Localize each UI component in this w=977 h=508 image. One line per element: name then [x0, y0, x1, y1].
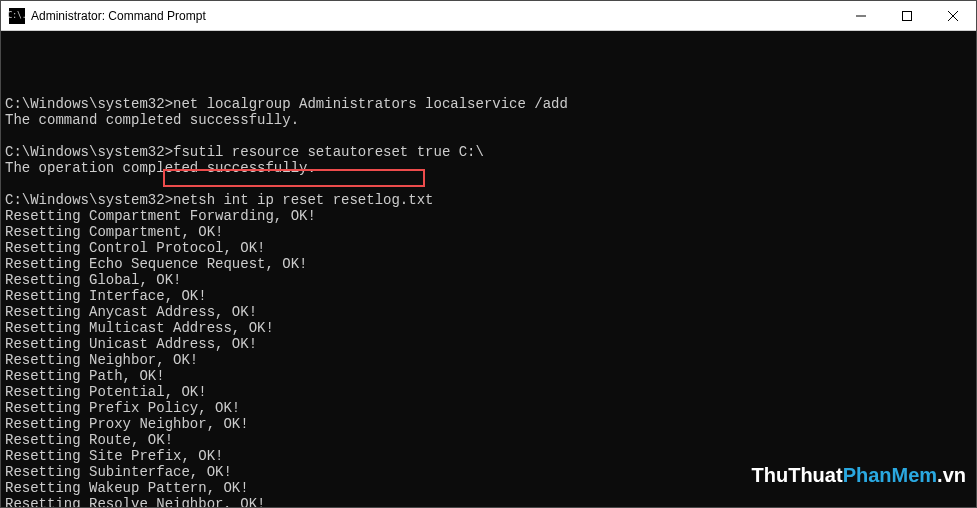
svg-rect-1 [903, 11, 912, 20]
terminal-line: Resetting Unicast Address, OK! [5, 336, 972, 352]
watermark-part1: ThuThuat [752, 464, 843, 486]
terminal-line: Resetting Proxy Neighbor, OK! [5, 416, 972, 432]
terminal-line: Resetting Path, OK! [5, 368, 972, 384]
terminal-line: Resetting Prefix Policy, OK! [5, 400, 972, 416]
terminal-line: Resetting Global, OK! [5, 272, 972, 288]
watermark-part2: PhanMem [843, 464, 937, 486]
terminal-line: Resetting Route, OK! [5, 432, 972, 448]
minimize-icon [856, 11, 866, 21]
terminal-line: Resetting Compartment, OK! [5, 224, 972, 240]
minimize-button[interactable] [838, 1, 884, 31]
close-icon [948, 11, 958, 21]
terminal-area[interactable]: ThuThuatPhanMem.vn C:\Windows\system32>n… [1, 31, 976, 507]
terminal-line: Resetting Anycast Address, OK! [5, 304, 972, 320]
window-title: Administrator: Command Prompt [31, 9, 206, 23]
window-frame: C:\. Administrator: Command Prompt ThuTh… [0, 0, 977, 508]
terminal-line: Resetting Interface, OK! [5, 288, 972, 304]
terminal-line [5, 128, 972, 144]
terminal-line: Resetting Potential, OK! [5, 384, 972, 400]
terminal-line: The operation completed successfully. [5, 160, 972, 176]
maximize-icon [902, 11, 912, 21]
terminal-line: Resetting Echo Sequence Request, OK! [5, 256, 972, 272]
close-button[interactable] [930, 1, 976, 31]
titlebar[interactable]: C:\. Administrator: Command Prompt [1, 1, 976, 31]
terminal-line: Resetting Control Protocol, OK! [5, 240, 972, 256]
maximize-button[interactable] [884, 1, 930, 31]
terminal-line: C:\Windows\system32>fsutil resource seta… [5, 144, 972, 160]
terminal-line [5, 176, 972, 192]
terminal-line: Resetting Multicast Address, OK! [5, 320, 972, 336]
terminal-line: The command completed successfully. [5, 112, 972, 128]
terminal-line: Resetting Compartment Forwarding, OK! [5, 208, 972, 224]
watermark: ThuThuatPhanMem.vn [718, 451, 966, 499]
terminal-line: Resetting Neighbor, OK! [5, 352, 972, 368]
terminal-line: C:\Windows\system32>net localgroup Admin… [5, 96, 972, 112]
terminal-line: C:\Windows\system32>netsh int ip reset r… [5, 192, 972, 208]
watermark-part3: .vn [937, 464, 966, 486]
cmd-icon: C:\. [9, 8, 25, 24]
